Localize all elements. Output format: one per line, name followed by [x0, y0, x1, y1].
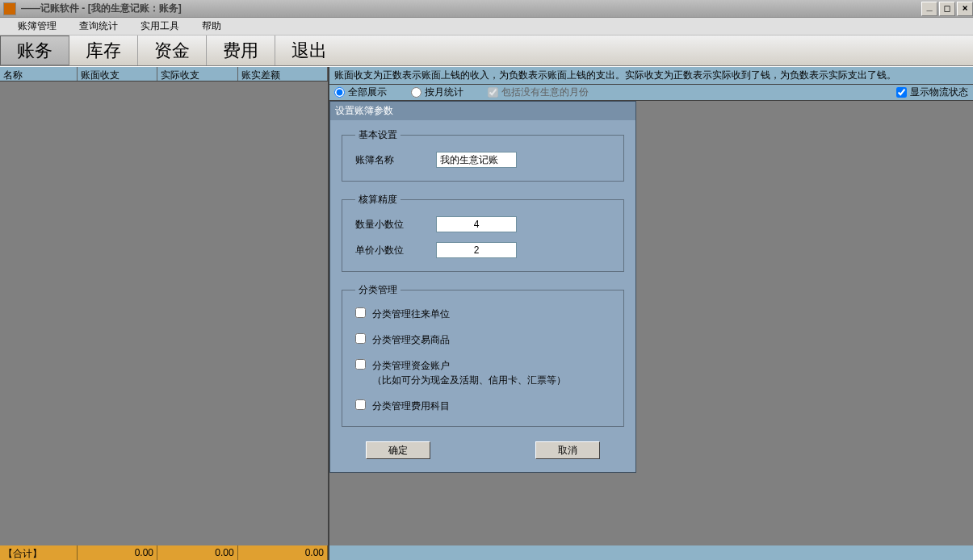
right-footer: [329, 545, 973, 560]
cancel-button[interactable]: 取消: [535, 441, 600, 459]
radio-all[interactable]: 全部展示: [334, 86, 387, 99]
check-funds[interactable]: [355, 359, 366, 370]
check-partner-label: 分类管理往来单位: [372, 307, 450, 321]
legend-categories: 分类管理: [355, 283, 401, 297]
legend-precision: 核算精度: [355, 193, 401, 207]
radio-monthly[interactable]: 按月统计: [411, 86, 463, 99]
check-expense-label: 分类管理费用科目: [372, 399, 450, 413]
tab-inventory[interactable]: 库存: [69, 36, 138, 65]
check-include-empty-label: 包括没有生意的月份: [501, 86, 589, 99]
menu-help[interactable]: 帮助: [191, 17, 233, 36]
price-decimal-label: 单价小数位: [355, 244, 436, 257]
check-include-empty-input[interactable]: [488, 87, 498, 98]
close-button[interactable]: [957, 2, 973, 16]
col-book-balance[interactable]: 账面收支: [78, 67, 158, 81]
menu-query[interactable]: 查询统计: [68, 17, 129, 36]
maximize-button[interactable]: [939, 2, 955, 16]
qty-decimal-input[interactable]: [436, 216, 517, 232]
left-panel: 名称 账面收支 实际收支 账实差额 【合计】 0.00 0.00 0.00: [0, 67, 329, 560]
tab-exit[interactable]: 退出: [275, 36, 343, 65]
check-show-logistics[interactable]: 显示物流状态: [896, 86, 968, 99]
filter-bar: 全部展示 按月统计 包括没有生意的月份 显示物流状态: [329, 85, 973, 101]
footer-actual: 0.00: [157, 545, 238, 560]
check-expense[interactable]: [355, 399, 366, 410]
check-funds-main: 分类管理资金账户: [372, 360, 450, 371]
table-footer: 【合计】 0.00 0.00 0.00: [0, 545, 328, 560]
footer-diff: 0.00: [238, 545, 328, 560]
fieldset-basic: 基本设置 账簿名称: [342, 128, 624, 182]
tab-expense[interactable]: 费用: [207, 36, 275, 65]
check-show-logistics-input[interactable]: [896, 87, 907, 98]
ledger-name-input[interactable]: [436, 152, 517, 168]
tab-funds[interactable]: 资金: [138, 36, 207, 65]
tab-accounts[interactable]: 账务: [0, 36, 69, 65]
dialog-title: 设置账簿参数: [330, 102, 635, 120]
footer-book: 0.00: [78, 545, 158, 560]
table-header: 名称 账面收支 实际收支 账实差额: [0, 67, 328, 81]
radio-all-input[interactable]: [334, 87, 345, 98]
window-title: ——记账软件 - [我的生意记账：账务]: [21, 2, 920, 15]
legend-basic: 基本设置: [355, 128, 401, 142]
table-body: [0, 81, 328, 545]
menu-ledger[interactable]: 账簿管理: [6, 17, 68, 36]
minimize-button[interactable]: [921, 2, 937, 16]
fieldset-precision: 核算精度 数量小数位 单价小数位: [342, 193, 624, 272]
fieldset-categories: 分类管理 分类管理往来单位 分类管理交易商品: [342, 283, 624, 427]
footer-total-label: 【合计】: [0, 545, 78, 560]
check-partner[interactable]: [355, 307, 366, 318]
app-icon: [3, 2, 16, 15]
right-panel: 账面收支为正数表示账面上钱的收入，为负数表示账面上钱的支出。实际收支为正数表示实…: [329, 67, 973, 560]
radio-monthly-label: 按月统计: [425, 86, 463, 99]
ledger-name-label: 账簿名称: [355, 153, 436, 167]
settings-dialog: 设置账簿参数 基本设置 账簿名称 核算精度 数量小数位: [329, 101, 636, 473]
col-name[interactable]: 名称: [0, 67, 78, 81]
hint-text: 账面收支为正数表示账面上钱的收入，为负数表示账面上钱的支出。实际收支为正数表示实…: [329, 67, 973, 85]
check-funds-label: 分类管理资金账户 （比如可分为现金及活期、信用卡、汇票等）: [372, 358, 566, 387]
radio-all-label: 全部展示: [348, 86, 387, 99]
radio-monthly-input[interactable]: [411, 87, 421, 98]
toolbar: 账务 库存 资金 费用 退出: [0, 36, 973, 66]
check-show-logistics-label: 显示物流状态: [910, 86, 968, 99]
check-goods[interactable]: [355, 333, 366, 344]
col-difference[interactable]: 账实差额: [238, 67, 328, 81]
qty-decimal-label: 数量小数位: [355, 218, 436, 232]
price-decimal-input[interactable]: [436, 242, 517, 258]
col-actual-balance[interactable]: 实际收支: [157, 67, 238, 81]
check-funds-sub: （比如可分为现金及活期、信用卡、汇票等）: [372, 374, 566, 386]
ok-button[interactable]: 确定: [366, 441, 430, 459]
menubar: 账簿管理 查询统计 实用工具 帮助: [0, 18, 973, 36]
check-include-empty[interactable]: 包括没有生意的月份: [488, 86, 589, 99]
check-goods-label: 分类管理交易商品: [372, 332, 450, 347]
menu-tools[interactable]: 实用工具: [129, 17, 191, 36]
